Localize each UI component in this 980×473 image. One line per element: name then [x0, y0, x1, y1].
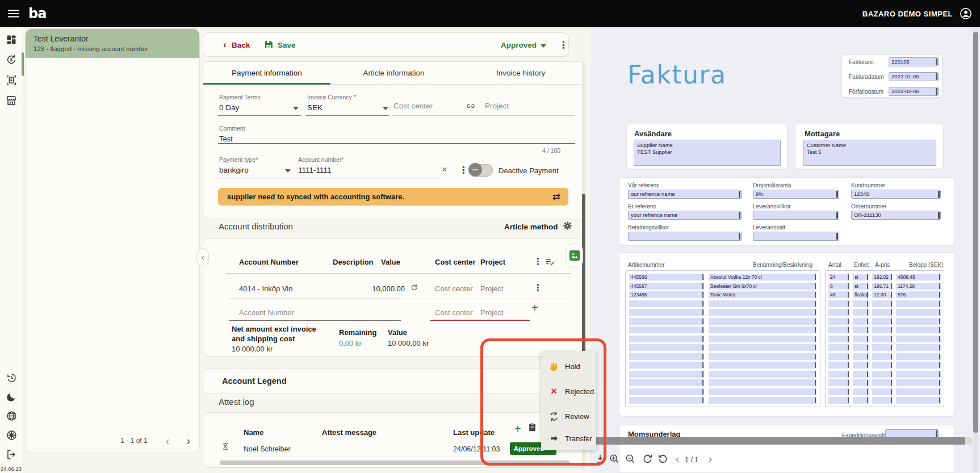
tab-article-information[interactable]: Article information	[330, 62, 458, 84]
list-item-selected[interactable]: Test Leverantor 123 - flagged - missing …	[26, 29, 199, 58]
payment-terms-select[interactable]: 0 Day	[219, 103, 239, 112]
attachment-image-icon[interactable]	[566, 243, 583, 268]
add-attest-icon[interactable]: +	[514, 422, 521, 436]
ref-field[interactable]: 8%	[753, 190, 839, 199]
ref-field[interactable]: 12345	[851, 190, 941, 199]
meta-field[interactable]: 2022-02-06	[889, 87, 939, 96]
payment-terms-caret-icon[interactable]	[293, 107, 299, 110]
article-row[interactable]: 24st192.024608.48	[828, 274, 941, 281]
article-row[interactable]: 48flaska12.00576	[828, 291, 941, 298]
menu-item-review[interactable]: Review	[541, 408, 596, 425]
page-next-icon[interactable]: ›	[186, 437, 190, 445]
pdf-vertical-scrollbar	[973, 28, 978, 472]
row-refresh-icon[interactable]	[410, 283, 418, 292]
ref-field[interactable]	[753, 211, 839, 220]
article-row[interactable]: 123456Tonic Water	[629, 291, 816, 298]
ref-field[interactable]: our refrence name	[628, 190, 742, 199]
account-number-input[interactable]: 1111-1111	[298, 166, 332, 174]
tab-payment-information[interactable]: Payment information	[203, 62, 330, 84]
zoom-out-icon[interactable]	[625, 453, 636, 464]
pdf-hscroll-thumb[interactable]	[594, 437, 965, 445]
attest-horizontal-scrollbar[interactable]	[220, 461, 569, 465]
ref-field[interactable]: your refrence name	[628, 211, 742, 220]
article-method-label: Article method	[504, 223, 558, 231]
payment-type-caret-icon[interactable]	[285, 169, 291, 173]
pdf-prev-page-icon[interactable]: ‹	[676, 453, 679, 465]
receiver-box[interactable]: Customer Name Test 5	[803, 140, 936, 166]
ref-field[interactable]	[753, 232, 839, 241]
store-icon[interactable]	[5, 94, 18, 107]
new-row-account-input[interactable]: Account Number	[239, 308, 294, 317]
invoice-currency-caret-icon[interactable]	[383, 107, 388, 110]
document-scan-icon[interactable]	[5, 74, 18, 86]
toolbar-more-icon[interactable]: ⋮	[559, 40, 568, 51]
deactivate-payment-label: Deactive Payment	[499, 166, 559, 175]
download-icon[interactable]	[594, 453, 606, 464]
back-button[interactable]: Back	[232, 41, 250, 49]
menu-item-transfer[interactable]: Transfer	[541, 430, 596, 447]
row-value[interactable]: 10,000.00	[345, 284, 405, 293]
comment-input[interactable]: Test	[219, 135, 233, 143]
language-globe-icon[interactable]	[6, 410, 18, 422]
tab-invoice-history[interactable]: Invoice history	[457, 62, 584, 84]
currency-sync-icon[interactable]: $	[5, 53, 18, 66]
save-button[interactable]: Save	[278, 41, 296, 49]
cell: 1174.28	[896, 283, 941, 290]
cost-center-field[interactable]: Cost center	[393, 102, 433, 110]
account-more-icon[interactable]: ⋮	[459, 165, 468, 175]
row-cost-center[interactable]: Cost center	[435, 284, 472, 293]
dark-mode-icon[interactable]	[6, 391, 17, 403]
bazaro-logo[interactable]: ba	[28, 6, 46, 22]
rotate-right-icon[interactable]	[642, 453, 653, 464]
add-row-icon[interactable]: +	[531, 302, 538, 315]
invoice-currency-select[interactable]: SEK	[307, 103, 323, 112]
meta-field[interactable]: 2022-01-06	[889, 72, 939, 81]
row-project[interactable]: Project	[480, 284, 503, 293]
clear-account-icon[interactable]: ×	[442, 165, 447, 175]
back-chevron-icon[interactable]: ‹	[223, 39, 227, 51]
account-legend-card[interactable]: Account Legend	[203, 368, 585, 394]
ref-field[interactable]: OR-211130	[851, 211, 941, 220]
page-prev-icon[interactable]: ‹	[166, 437, 170, 445]
rotate-left-icon[interactable]	[657, 453, 669, 464]
sync-swap-icon[interactable]: ⇄	[552, 191, 560, 203]
article-row[interactable]: 445566Absolut Vodka 12x 70 cl	[629, 274, 816, 281]
deactivate-payment-toggle[interactable]	[469, 164, 493, 177]
dashboard-icon[interactable]	[6, 34, 17, 45]
new-row-project[interactable]: Project	[480, 308, 503, 317]
pdf-vscroll-thumb[interactable]	[973, 32, 978, 433]
menu-item-rejected[interactable]: × Rejected	[541, 383, 596, 400]
logout-icon[interactable]	[6, 449, 18, 461]
article-row[interactable]: 445567Beefeater Gin 6x70 cl	[629, 283, 816, 290]
theme-wheel-icon[interactable]	[6, 429, 18, 441]
receiver-card: Mottagare Customer Name Test 5	[795, 124, 944, 169]
playlist-check-icon[interactable]	[545, 256, 555, 267]
pdf-next-page-icon[interactable]: ›	[709, 453, 712, 465]
zoom-in-icon[interactable]	[609, 453, 620, 464]
status-caret-icon[interactable]	[541, 44, 546, 48]
row-account-number[interactable]: 4014 - Inköp Vin	[239, 284, 292, 293]
collapse-panel-icon[interactable]: ‹	[196, 248, 209, 266]
account-icon[interactable]	[960, 7, 972, 20]
sender-box[interactable]: Supplier Name TEST Supplier	[634, 140, 781, 166]
payment-type-label: Payment type*	[219, 156, 258, 163]
article-row[interactable]: 6st195.711174.28	[828, 283, 941, 290]
meta-field[interactable]: 220106	[889, 57, 939, 66]
col-project: Project	[480, 258, 505, 266]
settings-gear-icon[interactable]	[562, 220, 573, 231]
article-row-empty	[828, 327, 941, 333]
table-more-icon[interactable]: ⋮	[533, 256, 542, 267]
ref-field[interactable]	[628, 232, 742, 241]
row-more-icon[interactable]: ⋮	[533, 282, 542, 293]
clipboard-icon[interactable]	[527, 422, 537, 433]
hamburger-menu-icon[interactable]	[8, 10, 19, 18]
menu-item-hold[interactable]: Hold	[541, 358, 596, 375]
save-icon[interactable]	[264, 40, 274, 49]
new-row-cost-center[interactable]: Cost center	[435, 308, 472, 317]
top-bar: ba BAZARO DEMO SIMPEL	[0, 0, 980, 27]
article-row-empty	[629, 388, 816, 395]
history-icon[interactable]	[6, 372, 18, 384]
payment-type-select[interactable]: bankgiro	[219, 166, 249, 174]
status-dropdown[interactable]: Approved	[501, 41, 537, 49]
project-field[interactable]: Project	[485, 102, 509, 110]
